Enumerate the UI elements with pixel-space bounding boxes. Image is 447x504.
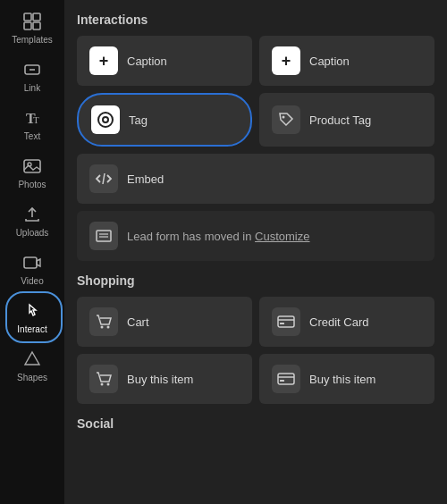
shopping-section: Shopping Cart bbox=[77, 273, 434, 404]
embed-icon bbox=[89, 164, 118, 193]
credit-card-label: Credit Card bbox=[309, 315, 368, 329]
templates-icon bbox=[21, 11, 43, 32]
sidebar-item-templates-label: Templates bbox=[12, 35, 53, 45]
svg-rect-10 bbox=[24, 257, 37, 268]
sidebar-item-text[interactable]: T T Text bbox=[0, 100, 64, 148]
caption2-label: Caption bbox=[309, 55, 350, 68]
customize-link[interactable]: Customize bbox=[255, 230, 309, 243]
interactions-row-1: + Caption + Caption bbox=[77, 36, 434, 86]
shopping-row-2: Buy this item Buy this item bbox=[77, 354, 434, 404]
text-icon: T T bbox=[21, 107, 43, 129]
interactions-title: Interactions bbox=[77, 13, 434, 27]
svg-rect-0 bbox=[24, 13, 31, 21]
svg-rect-2 bbox=[24, 22, 31, 29]
sidebar-item-link-label: Link bbox=[24, 83, 40, 93]
sidebar: Templates Link T T Text Photos bbox=[0, 0, 64, 504]
svg-point-12 bbox=[103, 117, 108, 122]
sidebar-item-interact-label: Interact bbox=[17, 324, 46, 334]
interact-icon bbox=[21, 300, 43, 322]
svg-point-23 bbox=[101, 383, 104, 386]
embed-label: Embed bbox=[127, 172, 164, 186]
sidebar-item-uploads-label: Uploads bbox=[16, 228, 49, 238]
sidebar-item-photos[interactable]: Photos bbox=[0, 148, 64, 197]
sidebar-item-uploads[interactable]: Uploads bbox=[0, 197, 64, 245]
caption1-tile[interactable]: + Caption bbox=[77, 36, 252, 86]
buy-item2-label: Buy this item bbox=[309, 373, 375, 386]
svg-point-11 bbox=[98, 113, 113, 127]
main-content: Interactions + Caption + Caption Tag bbox=[64, 0, 447, 504]
product-tag-label: Product Tag bbox=[309, 113, 371, 127]
cart-tile[interactable]: Cart bbox=[77, 297, 252, 347]
sidebar-item-interact[interactable]: Interact bbox=[0, 293, 64, 341]
svg-rect-22 bbox=[280, 323, 284, 324]
product-tag-tile[interactable]: Product Tag bbox=[259, 93, 434, 147]
social-title: Social bbox=[77, 416, 434, 431]
embed-tile[interactable]: Embed bbox=[77, 154, 434, 204]
tag-label: Tag bbox=[129, 113, 148, 127]
lead-form-text: Lead form has moved in Customize bbox=[127, 230, 310, 243]
tag-icon bbox=[91, 105, 120, 134]
svg-rect-15 bbox=[97, 231, 111, 241]
caption2-tile[interactable]: + Caption bbox=[259, 36, 434, 86]
sidebar-item-photos-label: Photos bbox=[18, 180, 46, 189]
shopping-title: Shopping bbox=[77, 273, 434, 288]
credit-card-tile[interactable]: Credit Card bbox=[259, 297, 434, 347]
sidebar-item-shapes[interactable]: Shapes bbox=[0, 341, 64, 390]
buy-item1-icon bbox=[89, 365, 118, 393]
buy-item2-tile[interactable]: Buy this item bbox=[259, 354, 434, 404]
buy-item1-label: Buy this item bbox=[127, 373, 193, 386]
interactions-row-3: Embed bbox=[77, 154, 434, 204]
svg-rect-27 bbox=[280, 380, 284, 382]
svg-rect-8 bbox=[24, 160, 40, 172]
caption1-icon: + bbox=[89, 46, 118, 75]
svg-point-18 bbox=[101, 326, 104, 329]
buy-item1-tile[interactable]: Buy this item bbox=[77, 354, 252, 404]
svg-rect-3 bbox=[33, 22, 40, 29]
shopping-row-1: Cart Credit Card bbox=[77, 297, 434, 347]
svg-point-24 bbox=[107, 383, 110, 386]
uploads-icon bbox=[21, 204, 43, 225]
lead-form-tile: Lead form has moved in Customize bbox=[77, 211, 434, 261]
sidebar-item-text-label: Text bbox=[24, 131, 40, 141]
svg-point-13 bbox=[283, 116, 285, 119]
link-icon bbox=[21, 59, 43, 80]
sidebar-item-templates[interactable]: Templates bbox=[0, 4, 64, 52]
svg-rect-1 bbox=[33, 13, 40, 21]
svg-rect-20 bbox=[278, 316, 294, 327]
svg-point-19 bbox=[107, 326, 110, 329]
cart-icon bbox=[89, 307, 118, 336]
shapes-icon bbox=[21, 349, 43, 370]
credit-card-icon bbox=[272, 307, 300, 336]
buy-item2-icon bbox=[272, 365, 300, 393]
caption2-icon: + bbox=[272, 46, 300, 75]
tag-tile[interactable]: Tag bbox=[77, 93, 252, 147]
sidebar-item-shapes-label: Shapes bbox=[17, 373, 47, 382]
photos-icon bbox=[21, 155, 43, 177]
sidebar-item-link[interactable]: Link bbox=[0, 52, 64, 100]
video-icon bbox=[21, 252, 43, 273]
sidebar-item-video-label: Video bbox=[21, 276, 43, 286]
svg-rect-25 bbox=[278, 374, 294, 384]
caption1-label: Caption bbox=[127, 55, 167, 68]
svg-line-14 bbox=[103, 173, 105, 184]
svg-text:T: T bbox=[33, 114, 39, 125]
social-section: Social bbox=[77, 416, 434, 431]
lead-form-icon bbox=[89, 222, 118, 250]
product-tag-icon bbox=[272, 105, 300, 134]
sidebar-item-video[interactable]: Video bbox=[0, 245, 64, 293]
interactions-row-2: Tag Product Tag bbox=[77, 93, 434, 147]
cart-label: Cart bbox=[127, 315, 149, 329]
